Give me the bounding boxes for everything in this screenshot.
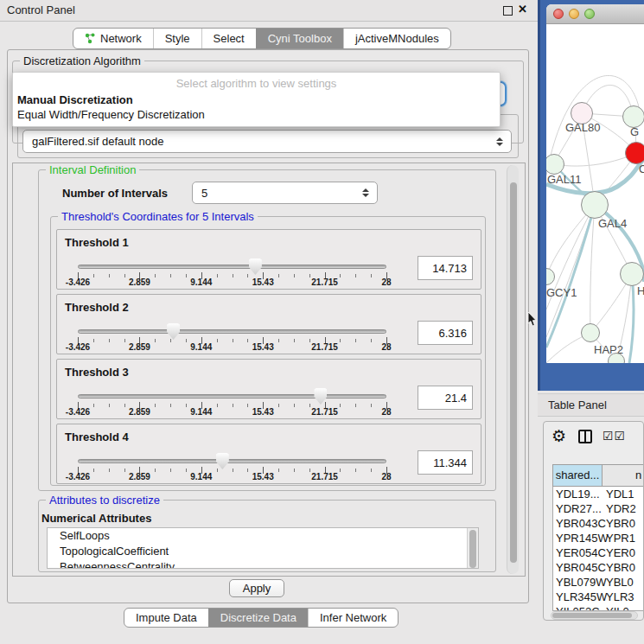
zoom-traffic-icon[interactable] [584, 9, 595, 19]
tick-label: 21.715 [311, 407, 338, 417]
column-header-name[interactable]: n [603, 465, 644, 486]
threshold-panel: Threshold 1-3.4262.8599.14415.4321.71528… [56, 229, 481, 290]
table-panel-titlebar: Table Panel [538, 393, 644, 417]
list-item[interactable]: SelfLoops [48, 528, 478, 544]
tab-discretize-data[interactable]: Discretize Data [208, 609, 308, 627]
tick-label: 2.859 [129, 277, 150, 287]
list-scrollbar-thumb[interactable] [469, 530, 476, 568]
tab-infer-network[interactable]: Infer Network [308, 609, 398, 627]
tick-label: 9.144 [190, 407, 212, 417]
table-cell-name: YBR0 [603, 516, 644, 531]
table-row[interactable]: YDR27...YDR2 [553, 501, 644, 516]
threshold-slider-track[interactable] [78, 265, 386, 269]
vertical-scrollbar[interactable] [507, 165, 519, 574]
list-item[interactable]: BetweennessCentrality [48, 559, 478, 569]
tick-label: 15.43 [252, 407, 274, 417]
tab-jactivemnodules[interactable]: jActiveMNodules [343, 29, 450, 48]
table-cell-name: YLR3 [603, 590, 644, 604]
tick-label: 2.859 [129, 342, 150, 352]
hscrollbar-thumb[interactable] [552, 613, 632, 618]
node-label: GCY1 [546, 286, 577, 299]
table-row[interactable]: YIL052CYIL0 [553, 604, 644, 611]
table-row[interactable]: YBR043CYBR0 [553, 516, 644, 531]
table-cell-shared-name: YLR345W [553, 590, 603, 604]
network-canvas[interactable]: GAL80GCGAL11GAL4GCY1HHAP2 [546, 24, 644, 363]
table-row[interactable]: YDL19...YDL1 [553, 487, 644, 501]
threshold-value-field[interactable]: 11.344 [418, 450, 473, 475]
thresholds-group: Threshold's Coordinates for 5 Intervals … [50, 216, 486, 486]
network-icon [85, 33, 96, 44]
threshold-slider-track[interactable] [78, 329, 386, 334]
tick-label: 2.859 [129, 407, 150, 417]
number-of-intervals-combobox[interactable]: 5 [192, 182, 378, 204]
horizontal-scrollbar[interactable] [551, 611, 638, 620]
tick-label: 2.859 [129, 472, 150, 481]
numerical-attributes-title: Numerical Attributes [41, 512, 151, 525]
table-row[interactable]: YBL079WYBL0 [553, 575, 644, 590]
node-label: GAL4 [598, 217, 627, 230]
gear-icon[interactable]: ⚙ [552, 426, 566, 446]
node-label: GAL11 [547, 173, 582, 186]
tick-label: 9.144 [190, 342, 212, 352]
node-label: GAL80 [565, 121, 600, 134]
table-row[interactable]: YBR045CYBR0 [553, 560, 644, 575]
list-scrollbar[interactable] [467, 528, 478, 568]
tab-style[interactable]: Style [153, 29, 201, 48]
apply-button[interactable]: Apply [229, 579, 284, 597]
network-node-hap2[interactable] [581, 323, 600, 342]
tab-select[interactable]: Select [201, 29, 256, 48]
tick-label: 15.43 [252, 472, 274, 481]
tick-label: 28 [381, 407, 391, 417]
tick-label: 28 [381, 277, 391, 287]
table-data-combobox[interactable]: galFiltered.sif default node [22, 130, 512, 153]
threshold-value-field[interactable]: 21.4 [418, 386, 473, 410]
table-cell-name: YPR1 [603, 531, 644, 545]
table-row[interactable]: YLR345WYLR3 [553, 590, 644, 604]
scrollbar-thumb[interactable] [510, 182, 517, 563]
number-of-intervals-value: 5 [201, 187, 207, 200]
tick-label: 21.715 [311, 277, 338, 287]
table-cell-name: YER0 [603, 545, 644, 560]
column-header-shared-name[interactable]: shared... [553, 465, 603, 486]
tick-label: 21.715 [311, 342, 338, 352]
table-cell-name: YBR0 [603, 560, 644, 575]
table-cell-name: YBL0 [603, 575, 644, 590]
close-traffic-icon[interactable] [553, 9, 564, 19]
tab-cyni-toolbox[interactable]: Cyni Toolbox [256, 29, 343, 48]
threshold-value-field[interactable]: 14.713 [418, 256, 473, 280]
tick-label: 28 [381, 342, 391, 352]
tab-impute-data[interactable]: Impute Data [124, 609, 208, 627]
table-data-combo-value: galFiltered.sif default node [32, 135, 163, 148]
node-label: H [637, 284, 644, 297]
table-cell-shared-name: YDR27... [553, 501, 603, 516]
discretization-algorithm-label: Discretization Algorithm [20, 54, 144, 67]
algorithm-popup: Select algorithm to view settings Manual… [12, 72, 501, 127]
list-item[interactable]: TopologicalCoefficient [48, 544, 478, 559]
threshold-slider-track[interactable] [78, 394, 386, 399]
table-row[interactable]: YER054CYER0 [553, 545, 644, 560]
minimize-traffic-icon[interactable] [569, 9, 579, 19]
table-row[interactable]: YPR145WYPR1 [553, 531, 644, 545]
tab-network[interactable]: Network [73, 29, 153, 48]
network-node-gal4[interactable] [581, 191, 609, 219]
slider-tick-labels: -3.4262.8599.14415.4321.71528 [78, 277, 386, 288]
threshold-label: Threshold 4 [65, 430, 129, 443]
checkbox-icons[interactable]: ☑☑ [603, 429, 626, 443]
threshold-slider-track[interactable] [78, 459, 386, 463]
threshold-value-field[interactable]: 6.316 [418, 321, 473, 345]
popup-item-equal-width-frequency[interactable]: Equal Width/Frequency Discretization [13, 107, 500, 122]
network-node-h[interactable] [620, 262, 644, 286]
table-panel-title: Table Panel [548, 399, 607, 411]
float-icon[interactable] [503, 6, 513, 16]
numerical-attributes-list[interactable]: SelfLoopsTopologicalCoefficientBetweenne… [47, 527, 479, 569]
panel-title: Control Panel [7, 3, 75, 16]
close-icon[interactable]: ✕ [518, 3, 527, 16]
tick-label: 9.144 [190, 472, 212, 481]
network-node-c[interactable] [625, 142, 644, 164]
control-panel-titlebar: Control Panel ✕ [0, 0, 538, 22]
split-columns-icon[interactable] [578, 430, 592, 443]
popup-item-manual-discretization[interactable]: Manual Discretization [13, 92, 500, 107]
control-panel-tabbar: Network Style Select Cyni Toolbox jActiv… [73, 28, 451, 49]
table-cell-shared-name: YBR043C [553, 516, 603, 531]
slider-tick-labels: -3.4262.8599.14415.4321.71528 [78, 407, 386, 418]
